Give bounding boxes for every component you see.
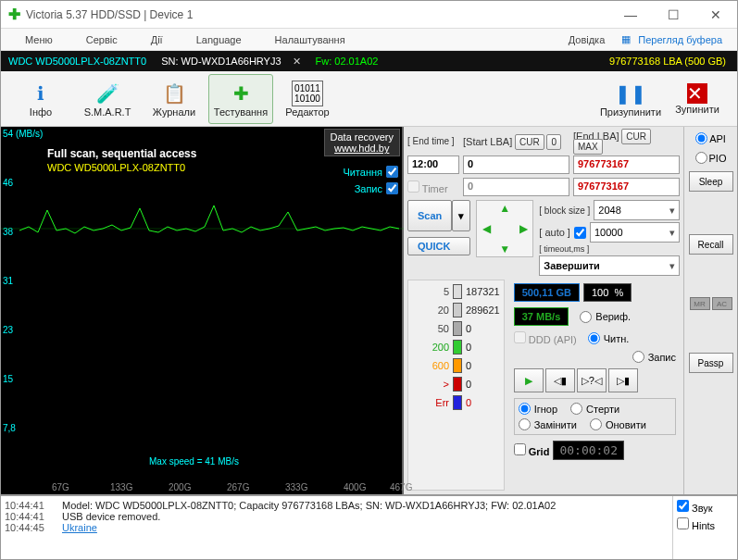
mode-read-radio[interactable]: Читн. [588,332,630,344]
quick-button[interactable]: QUICK [407,237,470,255]
arrow-left-button[interactable]: ◀ [479,221,494,236]
app-icon: ✚ [8,6,20,23]
scan-dropdown-button[interactable]: ▾ [452,200,470,231]
sound-checkbox[interactable]: Звук [677,500,733,514]
tag-ac[interactable]: AC [712,297,732,310]
pause-label: Призупинити [600,106,661,118]
timer-end-input: 976773167 [573,178,680,196]
stat-value: 289621 [466,305,500,316]
stat-swatch [453,321,462,336]
log-message: Model: WDC WD5000LPLX-08ZNTT0; Capacity … [62,500,556,511]
volume-display: 500,11 GB [514,283,580,302]
tab-close-icon[interactable]: ✕ [285,56,308,68]
tab-editor[interactable]: 0101110100 Редактор [275,74,340,124]
action-refresh-radio[interactable]: Оновити [590,418,646,430]
status-panel: 500,11 GB 100 % 37 MB/s Вериф. DDD (API)… [510,280,680,491]
scan-controls: [ End time ] [Start LBA] CUR 0 [End LBA]… [404,127,683,494]
hints-checkbox[interactable]: Hints [677,517,733,531]
buffer-icon: ▦ [621,33,631,45]
scan-button[interactable]: Scan [407,200,452,231]
endtime-input[interactable]: 12:00 [407,156,459,174]
menu-actions[interactable]: Дії [134,34,180,45]
log-timestamp: 10:44:41 [5,511,55,522]
menu-menu[interactable]: Меню [8,34,69,45]
maximize-button[interactable]: ☐ [659,6,687,24]
arrow-up-button[interactable]: ▲ [497,201,512,216]
tab-journals-label: Журнали [153,106,195,118]
device-sn: SN: WD-WXD1A66HRYJ3 [154,56,284,67]
startlba-input[interactable]: 0 [463,156,569,174]
mode-write-radio[interactable]: Запис [632,351,676,363]
smart-icon: 🧪 [96,81,119,106]
graph-plot [1,127,404,479]
pause-icon: ❚❚ [615,81,646,106]
endlba-max-button[interactable]: MAX [573,139,603,155]
pause-button[interactable]: ❚❚ Призупинити [598,74,663,124]
main-toolbar: ℹ Інфо 🧪 S.M.A.R.T 📋 Журнали ✚ Тестуванн… [1,71,737,127]
menu-help[interactable]: Довідка [552,34,622,45]
stop-button[interactable]: ✕ Зупинити [665,74,730,124]
stat-value: 0 [466,379,471,390]
log-message: USB device removed. [62,511,160,522]
ddd-checkbox[interactable]: DDD (API) [514,331,577,345]
action-erase-radio[interactable]: Стерти [570,403,619,415]
play-button[interactable]: ▶ [514,368,544,392]
tab-editor-label: Редактор [285,106,329,118]
sleep-button[interactable]: Sleep [689,171,733,192]
endlba-cur-button[interactable]: CUR [621,129,651,144]
main-area: 54 (MB/s) 46 38 31 23 15 7,8 Full scan, … [1,127,737,494]
grid-checkbox[interactable]: Grid [514,443,550,457]
action-ignore-radio[interactable]: Ігнор [519,403,557,415]
menu-settings[interactable]: Налаштування [258,34,362,45]
log-link[interactable]: Ukraine [62,522,97,533]
buffer-view-link[interactable]: Перегляд буфера [631,34,730,45]
passp-button[interactable]: Passp [689,353,733,373]
x-tick: 67G [52,482,69,492]
log-lines: 10:44:41Model: WDC WD5000LPLX-08ZNTT0; C… [1,496,672,559]
info-icon: ℹ [37,81,44,106]
api-radio[interactable]: API [695,132,726,144]
navigation-arrows: ▲ ▼ ◀ ▶ [476,200,533,257]
tab-journals[interactable]: 📋 Журнали [142,74,206,124]
x-tick: 133G [110,482,132,492]
arrow-right-button[interactable]: ▶ [516,221,531,236]
endlba-header: [End LBA] CUR MAX [573,131,680,152]
minimize-button[interactable]: — [617,6,644,24]
step-back-button[interactable]: ◁▮ [545,368,575,392]
close-button[interactable]: ✕ [702,6,730,24]
stat-label: 600 [412,360,449,371]
stat-value: 0 [466,397,471,408]
auto-checkbox[interactable] [574,227,586,239]
timer-checkbox[interactable]: Timer [407,180,459,194]
mode-verify-radio[interactable]: Вериф. [580,311,631,323]
device-lba: 976773168 LBA (500 GB) [609,56,737,67]
tab-smart[interactable]: 🧪 S.M.A.R.T [75,74,140,124]
arrow-down-button[interactable]: ▼ [497,242,512,256]
stat-label: Err [412,397,449,408]
tag-mr[interactable]: MR [690,297,710,310]
pio-radio[interactable]: PIO [695,152,727,164]
stop-label: Зупинити [675,104,719,115]
step-fwd-button[interactable]: ▷▮ [608,368,638,392]
blocksize-dropdown[interactable]: 2048 [594,200,680,220]
recall-button[interactable]: Recall [689,234,733,255]
endlba-input[interactable]: 976773167 [573,156,680,174]
startlba-cur-button[interactable]: CUR [515,134,544,150]
x-tick: 467G [390,482,412,492]
elapsed-timer: 00:00:02 [553,441,624,460]
device-model: WDC WD5000LPLX-08ZNTT0 [1,56,154,67]
auto-label: [ auto ] [539,227,570,238]
menu-service[interactable]: Сервіс [69,34,134,45]
tab-testing[interactable]: ✚ Тестування [208,74,273,124]
speed-graph: 54 (MB/s) 46 38 31 23 15 7,8 Full scan, … [1,127,404,494]
playback-controls: ▶ ◁▮ ▷?◁ ▷▮ [514,368,676,392]
log-options: Звук Hints [672,496,737,559]
menu-language[interactable]: Language [180,34,258,45]
stat-swatch [453,377,462,392]
timeout-dropdown[interactable]: 10000 [590,222,680,243]
startlba-zero-button[interactable]: 0 [546,134,561,150]
action-replace-radio[interactable]: Замінити [519,418,577,430]
tab-info[interactable]: ℹ Інфо [8,74,73,124]
ffwd-button[interactable]: ▷?◁ [577,368,607,392]
finish-action-dropdown[interactable]: Завершити [539,255,680,276]
